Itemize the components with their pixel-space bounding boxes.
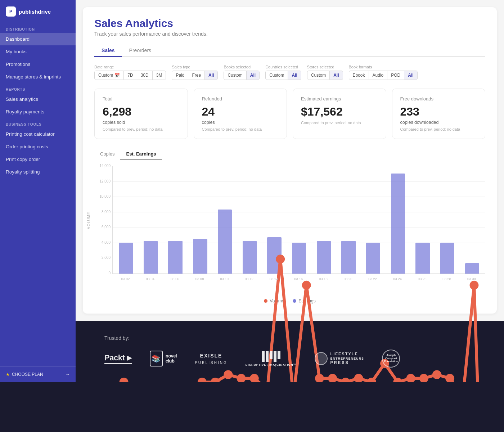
- stats-row: Total 6,298 copies sold Compared to prev…: [94, 89, 485, 139]
- sidebar-item-dashboard[interactable]: Dashboard: [0, 33, 76, 45]
- bar-group: [287, 243, 311, 274]
- sidebar-item-sales-analytics[interactable]: Sales analytics: [0, 93, 76, 105]
- x-axis-label: 03.26.: [411, 277, 435, 281]
- y-gridline-label: 8,000: [98, 210, 111, 214]
- sidebar-item-order-printing[interactable]: Order printing costs: [0, 140, 76, 153]
- filter-sales-buttons: Paid Free All: [172, 71, 218, 80]
- chart-legend: Volume Earnings: [94, 298, 485, 303]
- x-axis-label: 03.06.: [163, 277, 187, 281]
- chart-bar: [144, 241, 158, 274]
- stat-earnings-title: Estimated earnings: [301, 96, 378, 102]
- y-gridline-label: 2,000: [98, 256, 111, 260]
- arrow-right-icon: →: [66, 372, 70, 377]
- chart-bar: [267, 237, 281, 274]
- x-axis-label: 03.02.: [114, 277, 138, 281]
- legend-volume: Volume: [264, 298, 284, 303]
- x-labels: 03.02.03.04.03.06.03.08.03.10.03.12.03.1…: [113, 277, 485, 281]
- x-axis-label: 03.04.: [139, 277, 163, 281]
- filter-formats-buttons: Ebook Audio POD All: [349, 71, 418, 80]
- chart-bar: [168, 241, 182, 274]
- sidebar: P publishdrive DISTRIBUTION Dashboard My…: [0, 0, 76, 382]
- sidebar-item-printing-cost[interactable]: Printing cost calculator: [0, 128, 76, 140]
- sidebar-item-print-copy[interactable]: Print copy order: [0, 153, 76, 166]
- chart-section: Copies Est. Earnings VOLUME 14,00012,000…: [94, 149, 485, 303]
- tab-sales[interactable]: Sales: [94, 45, 122, 57]
- stat-free-title: Free downloads: [400, 96, 477, 102]
- section-label-distribution: DISTRIBUTION: [0, 23, 76, 33]
- filter-audio-btn[interactable]: Audio: [369, 71, 388, 80]
- star-icon: ★: [6, 372, 10, 377]
- filter-sales-label: Sales type: [172, 65, 218, 69]
- filter-custom-btn[interactable]: Custom 📅: [94, 71, 124, 80]
- stat-total-value: 6,298: [103, 105, 180, 118]
- filter-countries-all-btn[interactable]: All: [288, 71, 301, 80]
- filters-row: Date range Custom 📅 7D 30D 3M Sales type…: [94, 65, 485, 80]
- filter-all-sales-btn[interactable]: All: [205, 71, 218, 80]
- tab-preorders[interactable]: Preorders: [122, 45, 158, 57]
- stat-refunded-title: Refunded: [202, 96, 279, 102]
- page-subtitle: Track your sales performance and discove…: [94, 31, 485, 37]
- stat-free-downloads: Free downloads 233 copies downloaded Com…: [392, 89, 486, 139]
- x-axis-label: 03.16.: [287, 277, 311, 281]
- x-axis-label: 03.18.: [312, 277, 336, 281]
- filter-3m-btn[interactable]: 3M: [153, 71, 166, 80]
- filter-books: Books selected Custom All: [224, 65, 260, 80]
- filter-free-btn[interactable]: Free: [188, 71, 205, 80]
- chart-bar: [193, 239, 207, 274]
- filter-stores-label: Stores selected: [307, 65, 343, 69]
- legend-earnings-label: Earnings: [298, 298, 315, 303]
- sidebar-item-royalty-splitting[interactable]: Royalty splitting: [0, 166, 76, 178]
- logos-row: Packt▶ 📚 novel club EXISLE PUBLISHING: [104, 350, 475, 368]
- stat-total: Total 6,298 copies sold Compared to prev…: [94, 89, 188, 139]
- x-axis-label: 03.12.: [238, 277, 261, 281]
- logo-packt: Packt▶: [104, 353, 132, 364]
- filter-date-label: Date range: [94, 65, 166, 69]
- stat-total-title: Total: [103, 96, 180, 102]
- filter-all-formats-btn[interactable]: All: [404, 71, 417, 80]
- filter-stores-all-btn[interactable]: All: [330, 71, 343, 80]
- filter-books-buttons: Custom All: [224, 71, 260, 80]
- filter-books-all-btn[interactable]: All: [247, 71, 260, 80]
- filter-paid-btn[interactable]: Paid: [172, 71, 188, 80]
- x-axis-label: 03.10.: [213, 277, 237, 281]
- stat-total-compare: Compared to prev. period: no data: [103, 127, 180, 131]
- chart-area: 14,00012,00010,0008,0006,0004,0002,0000 …: [112, 166, 485, 274]
- filter-books-custom-btn[interactable]: Custom: [224, 71, 246, 80]
- filter-ebook-btn[interactable]: Ebook: [349, 71, 369, 80]
- chart-tab-copies[interactable]: Copies: [94, 149, 120, 159]
- stat-refunded: Refunded 24 copies Compared to prev. per…: [194, 89, 287, 139]
- stat-free-value: 233: [400, 105, 477, 118]
- calendar-icon: 📅: [114, 73, 120, 78]
- filter-date-range: Date range Custom 📅 7D 30D 3M: [94, 65, 166, 80]
- stat-refunded-unit: copies: [202, 120, 279, 125]
- legend-volume-dot: [264, 299, 267, 303]
- legend-earnings: Earnings: [293, 298, 315, 303]
- filter-books-label: Books selected: [224, 65, 260, 69]
- y-gridline-label: 4,000: [98, 240, 111, 244]
- y-axis-label: VOLUME: [87, 212, 91, 229]
- x-axis-label: 03.30.: [460, 277, 484, 281]
- y-gridline-label: 14,000: [98, 164, 111, 168]
- filter-30d-btn[interactable]: 30D: [137, 71, 153, 80]
- chart-bar: [440, 243, 454, 274]
- x-axis-label: 03.22.: [361, 277, 385, 281]
- sidebar-item-my-books[interactable]: My books: [0, 45, 76, 58]
- choose-plan-button[interactable]: ★CHOOSE PLAN →: [0, 366, 76, 382]
- filter-pod-btn[interactable]: POD: [387, 71, 404, 80]
- filter-date-buttons: Custom 📅 7D 30D 3M: [94, 71, 166, 80]
- bar-group: [460, 263, 484, 274]
- bar-group: [262, 237, 286, 274]
- stat-free-unit: copies downloaded: [400, 120, 477, 125]
- filter-stores-custom-btn[interactable]: Custom: [307, 71, 330, 80]
- chart-tab-earnings[interactable]: Est. Earnings: [120, 149, 162, 159]
- sidebar-item-promotions[interactable]: Promotions: [0, 58, 76, 71]
- bar-group: [238, 241, 261, 274]
- filter-7d-btn[interactable]: 7D: [124, 71, 137, 80]
- section-label-business-tools: BUSINESS TOOLS: [0, 118, 76, 128]
- filter-countries-buttons: Custom All: [265, 71, 301, 80]
- sidebar-item-royalty-payments[interactable]: Royalty payments: [0, 105, 76, 118]
- bar-group: [312, 241, 336, 274]
- filter-countries-custom-btn[interactable]: Custom: [265, 71, 288, 80]
- x-axis-label: 03.08.: [188, 277, 212, 281]
- sidebar-item-manage-stores[interactable]: Manage stores & imprints: [0, 71, 76, 83]
